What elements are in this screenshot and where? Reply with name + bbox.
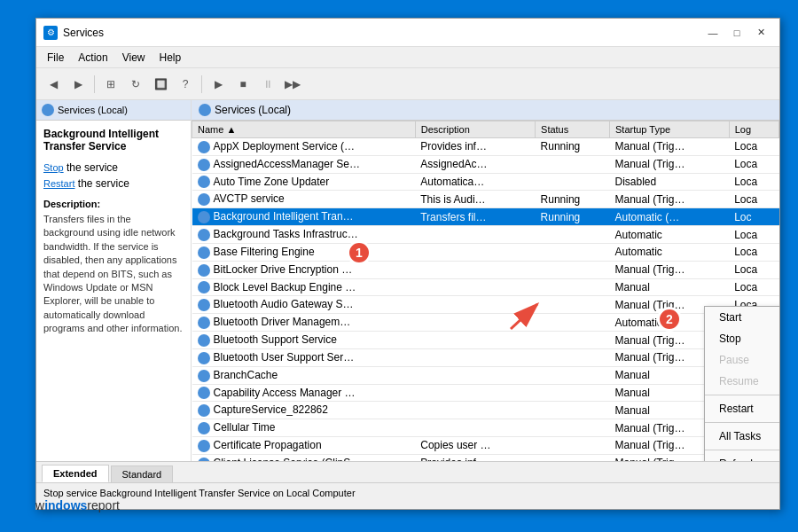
table-row[interactable]: BranchCacheManualNet [192,366,779,384]
cell-status: Running [536,138,610,156]
cell-desc [415,278,535,296]
minimize-button[interactable]: — [701,24,724,42]
grid-button[interactable]: ⊞ [99,73,122,96]
title-bar: ⚙ Services — □ ✕ [36,19,779,47]
cell-desc [415,226,535,244]
cell-status [536,173,610,191]
restart-button[interactable]: ▶▶ [281,73,304,96]
restart-link[interactable]: Restart [43,178,74,189]
table-row[interactable]: Cellular TimeManual (Trig…Loca [192,419,779,437]
cell-status [536,296,610,314]
cell-desc [415,419,535,437]
help-toolbar-button[interactable]: ? [174,73,197,96]
table-row[interactable]: Bluetooth User Support Ser…Manual (Trig…… [192,348,779,366]
right-panel-header: Services (Local) [192,100,779,121]
cell-desc: This is Audi… [415,191,535,208]
cell-desc [415,384,535,402]
services-table: Name ▲ Description Status Startup Type L… [192,121,779,461]
cell-name: AppX Deployment Service (… [192,138,416,156]
cell-log: Loca [729,155,778,173]
col-startup[interactable]: Startup Type [610,121,730,138]
table-row[interactable]: Bluetooth Support ServiceManual (Trig…Lo… [192,332,779,349]
cell-desc [415,366,535,384]
back-button[interactable]: ◀ [42,73,65,96]
cell-name: Client License Service (ClipS… [192,454,416,461]
cell-log: Loc [729,208,778,226]
cell-status: Running [536,208,610,226]
maximize-button[interactable]: □ [725,24,748,42]
table-row[interactable]: Bluetooth Audio Gateway S…Manual (Trig…L… [192,296,779,314]
ctx-refresh[interactable]: Refresh [705,453,779,461]
tab-extended[interactable]: Extended [42,465,109,482]
row-gear-icon [198,176,210,188]
table-row[interactable]: BitLocker Drive Encryption …Manual (Trig… [192,261,779,278]
cell-name: Cellular Time [192,419,416,437]
row-gear-icon [198,281,210,293]
ctx-stop[interactable]: Stop [705,328,779,349]
stop-link[interactable]: Stop [43,162,64,173]
row-gear-icon [198,422,210,434]
table-row[interactable]: AssignedAccessManager Se…AssignedAc…Manu… [192,155,779,173]
cell-status [536,384,610,402]
table-row[interactable]: CaptureService_822862ManualLoca [192,402,779,419]
close-button[interactable]: ✕ [749,24,772,42]
ctx-sep-2 [705,422,779,423]
selected-service-title: Background Intelligent Transfer Service [43,128,184,153]
col-status[interactable]: Status [536,121,610,138]
col-name[interactable]: Name ▲ [192,121,416,138]
menu-action[interactable]: Action [71,50,114,66]
cell-desc: Provides inf… [415,454,535,461]
table-row[interactable]: Block Level Backup Engine …ManualLoca [192,278,779,296]
table-row[interactable]: Capability Access Manager …ManualLoca [192,384,779,402]
menu-file[interactable]: File [40,50,71,66]
menu-help[interactable]: Help [153,50,189,66]
table-header: Name ▲ Description Status Startup Type L… [192,121,779,138]
cell-startup: Automatic (… [610,208,730,226]
table-row[interactable]: AppX Deployment Service (…Provides inf…R… [192,138,779,156]
ctx-start[interactable]: Start [705,307,779,328]
watermark-prefix: w [35,498,44,512]
ctx-restart[interactable]: Restart [705,398,779,419]
services-table-wrapper[interactable]: Name ▲ Description Status Startup Type L… [192,121,779,461]
cell-startup: Automatic [610,226,730,244]
table-row[interactable]: AVCTP serviceThis is Audi…RunningManual … [192,191,779,208]
tab-standard[interactable]: Standard [111,466,174,482]
ctx-all-tasks[interactable]: All Tasks ▶ [705,426,779,447]
table-row[interactable]: Certificate PropagationCopies user …Manu… [192,437,779,455]
col-description[interactable]: Description [415,121,535,138]
table-row[interactable]: Background Tasks Infrastruc…AutomaticLoc… [192,226,779,244]
row-gear-icon [198,141,210,153]
cell-desc: Provides inf… [415,138,535,156]
cell-startup: Manual (Trig… [610,261,730,278]
properties-button[interactable]: 🔲 [149,73,172,96]
table-row[interactable]: Auto Time Zone UpdaterAutomatica…Disable… [192,173,779,191]
cell-name: Auto Time Zone Updater [192,173,416,191]
cell-status [536,278,610,296]
cell-startup: Manual (Trig… [610,138,730,156]
cell-startup: Manual (Trig… [610,155,730,173]
ctx-pause: Pause [705,349,779,371]
play-button[interactable]: ▶ [207,73,230,96]
services-icon [42,104,54,116]
cell-status [536,226,610,244]
cell-status [536,155,610,173]
table-row[interactable]: Client License Service (ClipS…Provides i… [192,454,779,461]
row-gear-icon [198,159,210,171]
cell-startup: Manual [610,278,730,296]
table-row[interactable]: Base Filtering EngineAutomaticLoca [192,243,779,261]
cell-name: Bluetooth Driver Managem… [192,314,416,332]
table-row[interactable]: Bluetooth Driver Managem…AutomaticLoca [192,314,779,332]
watermark: windowsreport [35,498,120,512]
col-log[interactable]: Log [729,121,778,138]
toolbar-sep-1 [94,75,95,93]
cell-status [536,261,610,278]
refresh-button[interactable]: ↻ [124,73,147,96]
table-row[interactable]: Background Intelligent Tran…Transfers fi… [192,208,779,226]
cell-name: AVCTP service [192,191,416,208]
stop-button[interactable]: ■ [231,73,254,96]
row-gear-icon [198,334,210,347]
menu-view[interactable]: View [115,50,153,66]
service-description: Transfers files in the background using … [43,213,184,336]
forward-button[interactable]: ▶ [66,73,90,96]
cell-desc: AssignedAc… [415,155,535,173]
